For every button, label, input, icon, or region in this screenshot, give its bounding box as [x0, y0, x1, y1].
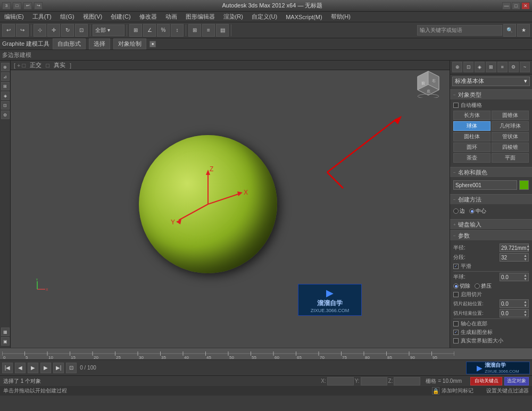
chop-radio[interactable]: 切除	[453, 282, 470, 290]
tube-button[interactable]: 管状体	[492, 132, 529, 141]
hierarchy-button[interactable]: ⊞	[1, 82, 10, 90]
modify-button[interactable]: ⊿	[1, 72, 10, 81]
motion-button[interactable]: ◈	[1, 91, 10, 100]
geosphere-button[interactable]: 几何球体	[492, 121, 529, 131]
panel-btn4[interactable]: ⊠	[486, 62, 496, 72]
menu-item-t[interactable]: 工具(T)	[30, 12, 54, 22]
menu-item-[interactable]: 图形编辑器	[184, 12, 217, 22]
select-button[interactable]: ⊹	[34, 24, 46, 37]
maximize-button[interactable]: □	[512, 2, 520, 10]
slice-to-spin[interactable]: ▲▼	[523, 309, 527, 317]
auto-key-button[interactable]: 自动关键点	[470, 377, 502, 385]
pyramid-button[interactable]: 四棱锥	[492, 142, 529, 152]
timeline-mode-button[interactable]: ⊡	[66, 363, 77, 373]
scale-button[interactable]: ⊡	[75, 24, 88, 37]
percent-snap-button[interactable]: %	[157, 24, 170, 37]
rotate-button[interactable]: ↻	[61, 24, 74, 37]
panel-btn1[interactable]: ⊕	[452, 62, 462, 72]
timeline-end-button[interactable]: ▶|	[53, 363, 64, 373]
snap-button[interactable]: ⊞	[129, 24, 142, 37]
segments-spin[interactable]: ▲▼	[523, 254, 527, 261]
torus-button[interactable]: 圆环	[453, 142, 491, 152]
teapot-button[interactable]: 茶壶	[453, 153, 491, 163]
search-button[interactable]: 🔍	[503, 24, 516, 37]
scene-states-button[interactable]: ★	[517, 24, 530, 37]
object-type-header[interactable]: − 对象类型	[450, 90, 532, 99]
slice-to-input[interactable]: 0.0 ▲▼	[500, 309, 529, 317]
segments-input[interactable]: 32 ▲▼	[500, 253, 529, 262]
menu-item-[interactable]: 动画	[163, 12, 179, 22]
creation-method-header[interactable]: − 创建方法	[450, 195, 532, 204]
slice-from-input[interactable]: 0.0 ▲▼	[500, 299, 529, 308]
spinner-snap-button[interactable]: ↕	[171, 24, 184, 37]
object-name-input[interactable]	[453, 180, 517, 190]
hemi-input[interactable]: 0.0 ▲▼	[500, 273, 529, 281]
menu-item-maxscriptm[interactable]: MAXScript(M)	[284, 12, 324, 22]
slice-from-spin[interactable]: ▲▼	[523, 300, 527, 307]
select-filter-dropdown[interactable]: 全部 ▾	[93, 24, 124, 36]
utilities-button[interactable]: ⚙	[1, 111, 10, 119]
squash-radio[interactable]: 挤压	[475, 282, 492, 290]
panel-btn6[interactable]: ⚙	[509, 62, 519, 72]
menu-item-v[interactable]: 视图(V)	[81, 12, 105, 22]
panel-type-dropdown[interactable]: 标准基本体 ▾	[452, 77, 530, 86]
keyboard-input-header[interactable]: + 键盘输入	[450, 220, 532, 229]
display-button[interactable]: ⊡	[1, 101, 10, 110]
cone-button[interactable]: 圆锥体	[492, 111, 529, 120]
sphere-button[interactable]: 球体	[453, 121, 491, 131]
move-button[interactable]: ✛	[47, 24, 60, 37]
auto-grid-checkbox[interactable]	[453, 103, 459, 108]
gen-map-checkbox[interactable]: ✓	[453, 330, 459, 335]
menu-item-h[interactable]: 帮助(H)	[329, 12, 353, 22]
angle-snap-button[interactable]: ∠	[143, 24, 156, 37]
z-value[interactable]	[394, 377, 420, 385]
menu-item-g[interactable]: 组(G)	[58, 12, 77, 22]
smooth-checkbox[interactable]: ✓	[453, 264, 459, 269]
center-radio[interactable]: 中心	[469, 207, 486, 215]
panel-btn5[interactable]: ≡	[497, 62, 508, 72]
panel-btn3[interactable]: ◈	[475, 62, 485, 72]
hemi-spin[interactable]: ▲▼	[523, 273, 527, 281]
close-button[interactable]: ✕	[521, 2, 530, 10]
y-value[interactable]	[361, 377, 387, 385]
align-button[interactable]: ≡	[202, 24, 215, 37]
viewcube[interactable]: 前 右 底	[412, 66, 444, 98]
box-button[interactable]: 长方体	[453, 111, 491, 120]
menu-item-e[interactable]: 编辑(E)	[2, 12, 26, 22]
timeline-next-button[interactable]: ▶	[40, 363, 51, 373]
selected-filter-button[interactable]: 选定对象	[504, 377, 529, 385]
edge-radio[interactable]: 边	[453, 207, 465, 215]
panel-btn2[interactable]: ⊡	[463, 62, 473, 72]
create-button[interactable]: ⊕	[1, 63, 10, 71]
viewport-toggle[interactable]: ▣	[1, 337, 10, 346]
timeline-start-button[interactable]: |◀	[2, 363, 13, 373]
real-world-checkbox[interactable]	[453, 338, 459, 343]
object-color-picker[interactable]	[519, 180, 529, 190]
redo-button[interactable]: ↪	[16, 24, 29, 37]
plane-button[interactable]: 平面	[492, 153, 529, 163]
cylinder-button[interactable]: 圆柱体	[453, 132, 491, 141]
graphite-tab-freeform[interactable]: 自由形式	[53, 38, 86, 49]
undo-button[interactable]: ↩	[2, 24, 15, 37]
graphite-dot[interactable]: ●	[149, 41, 156, 47]
trackbar[interactable]: 0 5 10 15 20 25 30 35 40 45 50 55 60	[0, 348, 532, 359]
minimize-button[interactable]: —	[502, 2, 511, 10]
viewport[interactable]: [ + □ 正交 □ 真实 ] 前 右 底	[11, 61, 450, 348]
menu-item-[interactable]: 修改器	[137, 12, 159, 22]
name-color-header[interactable]: − 名称和颜色	[450, 167, 532, 177]
x-value[interactable]	[327, 377, 354, 385]
slice-checkbox[interactable]	[453, 292, 459, 297]
timeline-play-button[interactable]: ▶	[28, 363, 38, 373]
mirror-button[interactable]: ⊞	[188, 24, 201, 37]
layer-button[interactable]: ▤	[216, 24, 229, 37]
base-pivot-checkbox[interactable]	[453, 321, 459, 326]
lock-icon[interactable]: 🔒	[432, 387, 439, 395]
panel-btn7[interactable]: ~	[520, 62, 530, 72]
search-box[interactable]: 输入关键字或短语	[417, 25, 502, 36]
menu-item-r[interactable]: 渲染(R)	[221, 12, 245, 22]
menu-item-u[interactable]: 自定义(U)	[250, 12, 279, 22]
graphite-tab-select[interactable]: 选择	[89, 38, 110, 49]
menu-item-c[interactable]: 创建(C)	[109, 12, 132, 22]
radius-input[interactable]: 29.721mm ▲▼	[500, 244, 529, 252]
params-header[interactable]: − 参数	[450, 231, 532, 240]
